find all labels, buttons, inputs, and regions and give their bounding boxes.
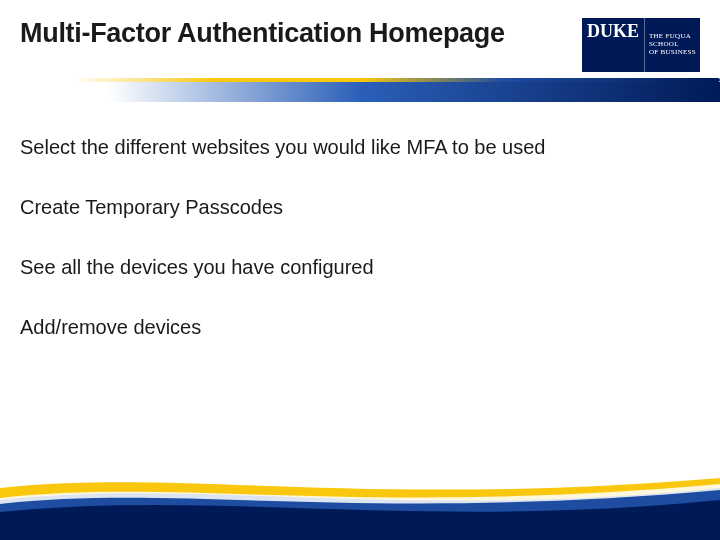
bullet-item: See all the devices you have configured bbox=[20, 254, 700, 280]
bullet-item: Select the different websites you would … bbox=[20, 134, 700, 160]
bullet-item: Add/remove devices bbox=[20, 314, 700, 340]
bullet-item: Create Temporary Passcodes bbox=[20, 194, 700, 220]
logo-fuqua-line3: OF BUSINESS bbox=[649, 49, 696, 57]
duke-fuqua-logo: DUKE THE FUQUA SCHOOL OF BUSINESS bbox=[582, 18, 700, 72]
logo-fuqua-text: THE FUQUA SCHOOL OF BUSINESS bbox=[644, 18, 700, 72]
footer-decorative-wave bbox=[0, 460, 720, 540]
slide-body: Select the different websites you would … bbox=[0, 104, 720, 340]
page-title: Multi-Factor Authentication Homepage bbox=[20, 18, 505, 49]
header-decorative-stripe bbox=[0, 78, 720, 104]
slide-header: Multi-Factor Authentication Homepage DUK… bbox=[0, 0, 720, 78]
logo-duke-text: DUKE bbox=[582, 18, 644, 72]
